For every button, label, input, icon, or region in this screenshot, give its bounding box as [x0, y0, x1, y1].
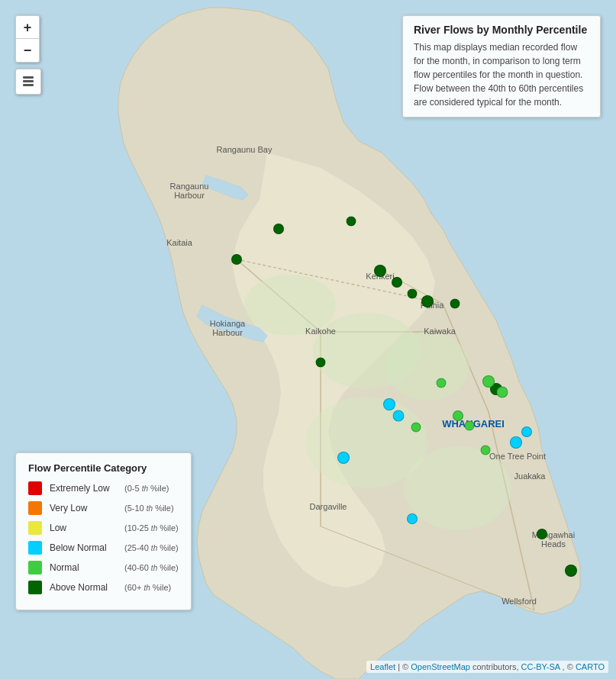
- info-box-title: River Flows by Monthly Percentile: [414, 24, 589, 36]
- legend-category: Low: [50, 523, 118, 533]
- map-dot[interactable]: [407, 513, 418, 524]
- legend-color-swatch: [28, 481, 42, 495]
- info-box-description: This map displays median recorded flow f…: [414, 40, 589, 109]
- zoom-controls: + −: [15, 15, 40, 63]
- map-dot[interactable]: [481, 446, 491, 455]
- zoom-in-button[interactable]: +: [16, 16, 39, 39]
- svg-rect-16: [23, 84, 34, 86]
- map-dot[interactable]: [273, 224, 284, 234]
- map-dot[interactable]: [383, 398, 395, 410]
- legend-category: Above Normal: [50, 582, 118, 593]
- legend-item: Above Normal(60+ th %ile): [28, 581, 179, 594]
- layers-button[interactable]: [15, 69, 41, 95]
- legend-item: Extremely Low(0-5 th %ile): [28, 481, 179, 495]
- svg-point-9: [244, 275, 336, 336]
- leaflet-link[interactable]: Leaflet: [370, 662, 395, 671]
- map-container: Rangaunu Bay Rangaunu Harbour Hokianga H…: [0, 0, 616, 679]
- attribution: Leaflet | © OpenStreetMap contributors, …: [366, 661, 608, 673]
- map-dot[interactable]: [521, 426, 532, 437]
- legend-range: (60+ th %ile): [124, 583, 171, 592]
- map-dot[interactable]: [337, 452, 350, 464]
- legend-category: Extremely Low: [50, 483, 118, 494]
- map-dot[interactable]: [316, 358, 326, 368]
- zoom-out-button[interactable]: −: [16, 39, 39, 62]
- info-box: River Flows by Monthly Percentile This m…: [402, 15, 601, 117]
- legend-item: Very Low(5-10 th %ile): [28, 501, 179, 515]
- legend-color-swatch: [28, 561, 42, 574]
- map-dot[interactable]: [453, 410, 463, 421]
- map-dot[interactable]: [408, 289, 418, 299]
- legend-range: (0-5 th %ile): [124, 484, 169, 493]
- legend-item: Below Normal(25-40 th %ile): [28, 541, 179, 555]
- svg-rect-14: [23, 76, 34, 79]
- legend-range: (40-60 th %ile): [124, 563, 179, 572]
- map-dot[interactable]: [374, 265, 386, 277]
- legend-category: Below Normal: [50, 542, 118, 553]
- legend-label: Above Normal(60+ th %ile): [50, 582, 171, 593]
- legend-color-swatch: [28, 581, 42, 594]
- legend-title: Flow Percentile Category: [28, 462, 179, 474]
- map-dot[interactable]: [231, 254, 242, 265]
- legend: Flow Percentile Category Extremely Low(0…: [15, 452, 192, 610]
- map-dot[interactable]: [421, 295, 434, 307]
- legend-range: (25-40 th %ile): [124, 543, 179, 552]
- svg-point-13: [405, 446, 511, 530]
- map-dot[interactable]: [392, 277, 402, 288]
- legend-color-swatch: [28, 501, 42, 515]
- map-dot[interactable]: [482, 375, 495, 388]
- legend-item: Low(10-25 th %ile): [28, 521, 179, 535]
- map-dot[interactable]: [497, 387, 508, 398]
- legend-label: Low(10-25 th %ile): [50, 523, 179, 533]
- legend-color-swatch: [28, 541, 42, 555]
- legend-range: (10-25 th %ile): [124, 523, 179, 533]
- map-dot[interactable]: [510, 436, 522, 449]
- map-dot[interactable]: [565, 565, 577, 577]
- map-dot[interactable]: [465, 421, 475, 431]
- legend-color-swatch: [28, 521, 42, 535]
- map-dot[interactable]: [347, 217, 356, 227]
- osm-link[interactable]: OpenStreetMap: [411, 662, 470, 671]
- map-dot[interactable]: [537, 529, 547, 539]
- legend-label: Very Low(5-10 th %ile): [50, 503, 174, 513]
- map-dot[interactable]: [450, 299, 460, 309]
- license-link[interactable]: CC-BY-SA: [521, 662, 560, 671]
- svg-point-11: [385, 332, 469, 401]
- map-dot[interactable]: [393, 410, 405, 422]
- map-dot[interactable]: [411, 423, 421, 433]
- svg-rect-15: [23, 80, 34, 82]
- legend-item: Normal(40-60 th %ile): [28, 561, 179, 574]
- legend-category: Normal: [50, 562, 118, 573]
- legend-range: (5-10 th %ile): [124, 504, 174, 513]
- map-dot[interactable]: [437, 378, 447, 388]
- carto-link[interactable]: CARTO: [576, 662, 605, 671]
- legend-label: Normal(40-60 th %ile): [50, 562, 179, 573]
- legend-category: Very Low: [50, 503, 118, 513]
- legend-label: Below Normal(25-40 th %ile): [50, 542, 179, 553]
- layers-icon: [21, 75, 35, 88]
- legend-label: Extremely Low(0-5 th %ile): [50, 483, 169, 494]
